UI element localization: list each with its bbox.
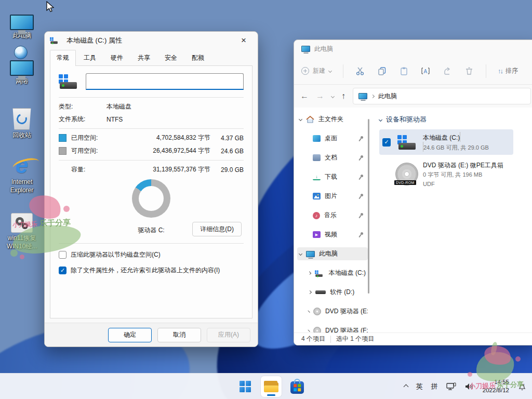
- free-space-row: 可用空间: 26,436,972,544 字节 24.6 GB: [59, 147, 244, 155]
- sidebar-item-dvd-f[interactable]: DVD 驱动器 (F:): [297, 324, 368, 332]
- selection-checkbox[interactable]: ✓: [382, 138, 391, 147]
- checkbox[interactable]: ✓: [59, 267, 66, 274]
- address-bar[interactable]: 此电脑: [353, 88, 531, 104]
- share-button[interactable]: [442, 66, 453, 76]
- index-checkbox-row[interactable]: ✓ 除了文件属性外，还允许索引此驱动器上文件的内容(I): [59, 266, 244, 275]
- dvd-e-tile[interactable]: DVD-ROM DVD 驱动器 (E:) 微PE工具箱 0 字节 可用, 共 1…: [379, 157, 513, 191]
- cut-button[interactable]: [355, 66, 365, 76]
- dialog-footer: 确定 取消 应用(A): [45, 323, 258, 347]
- chevron-down-icon: [379, 117, 382, 121]
- copy-icon: [378, 66, 387, 75]
- chevron-down-icon: [328, 69, 332, 73]
- group-header-devices[interactable]: 设备和驱动器: [379, 115, 532, 124]
- checkbox[interactable]: [59, 251, 66, 259]
- sidebar-item-drive-d[interactable]: 软件 (D:): [297, 286, 368, 299]
- tab-hardware[interactable]: 硬件: [104, 50, 130, 66]
- chevron-right-icon: [308, 290, 312, 294]
- documents-icon: [313, 154, 321, 161]
- sidebar-item-pictures[interactable]: 图片: [297, 190, 368, 203]
- up-button[interactable]: ↑: [341, 91, 345, 101]
- sidebar-item-downloads[interactable]: ↓ 下载: [297, 170, 368, 183]
- sidebar-item-videos[interactable]: ▶ 视频: [297, 228, 368, 241]
- taskbar-file-explorer-button[interactable]: [261, 376, 282, 397]
- ime-pinyin-indicator[interactable]: 拼: [431, 382, 438, 391]
- desktop-icon-label: win11恢复 WIN10经...: [7, 234, 37, 250]
- desktop-icon-label: 回收站: [12, 131, 31, 140]
- dialog-tab-strip: 常规 工具 硬件 共享 安全 配额: [45, 50, 258, 66]
- close-icon[interactable]: ×: [235, 34, 252, 47]
- sidebar-item-home[interactable]: 主文件夹: [297, 113, 368, 126]
- disk-usage-donut: [132, 179, 170, 218]
- explorer-sidebar: 主文件夹 桌面 文档 ↓ 下载: [294, 108, 370, 332]
- desktop-icon-win11-restore[interactable]: win11恢复 WIN10经...: [0, 209, 44, 250]
- sidebar-item-desktop[interactable]: 桌面: [297, 132, 368, 145]
- drive-c-tile[interactable]: ✓ 本地磁盘 (C:) 24.6 GB 可用, 共 29.0 GB: [379, 129, 513, 155]
- free-size: 24.6 GB: [210, 148, 244, 155]
- breadcrumb[interactable]: 此电脑: [378, 92, 397, 101]
- tab-sharing[interactable]: 共享: [131, 50, 157, 66]
- sidebar-item-music[interactable]: ♪ 音乐: [297, 209, 368, 222]
- ok-button[interactable]: 确定: [108, 328, 152, 342]
- drive-info: 24.6 GB 可用, 共 29.0 GB: [423, 144, 489, 151]
- dialog-titlebar[interactable]: 本地磁盘 (C:) 属性 ×: [45, 32, 258, 49]
- desktop-icon-internet-explorer[interactable]: e Internet Explorer: [0, 153, 44, 194]
- desktop-icon-network[interactable]: 网络: [0, 52, 44, 86]
- capacity-bytes: 31,139,557,376 字节: [132, 165, 210, 174]
- rename-button[interactable]: A: [420, 66, 431, 76]
- paste-button[interactable]: [398, 66, 409, 76]
- notification-bell-icon[interactable]: z: [517, 382, 527, 391]
- back-button[interactable]: ←: [300, 91, 309, 101]
- speaker-icon[interactable]: [464, 382, 474, 391]
- pin-icon: [358, 194, 364, 199]
- ime-language-indicator[interactable]: 英: [416, 382, 423, 391]
- forward-button[interactable]: →: [316, 91, 324, 101]
- explorer-titlebar[interactable]: 此电脑: [294, 40, 532, 58]
- sidebar-item-drive-c[interactable]: 本地磁盘 (C:): [297, 267, 368, 280]
- tray-expand-chevron-icon[interactable]: [403, 384, 408, 389]
- filesystem-value: NTFS: [107, 116, 123, 123]
- tab-tools[interactable]: 工具: [77, 50, 103, 66]
- clock-date: 2022/8/12: [483, 387, 509, 395]
- sidebar-item-documents[interactable]: 文档: [297, 151, 368, 164]
- compress-checkbox-row[interactable]: 压缩此驱动器以节约磁盘空间(C): [59, 250, 244, 259]
- sidebar-item-this-pc[interactable]: 此电脑: [297, 247, 368, 260]
- desktop-icon-this-pc[interactable]: 此电脑: [0, 6, 44, 40]
- dvd-icon: [313, 308, 321, 315]
- tab-quota[interactable]: 配额: [185, 50, 211, 66]
- divider: [59, 128, 244, 129]
- history-chevron-icon[interactable]: [331, 94, 335, 98]
- tab-general[interactable]: 常规: [50, 50, 76, 66]
- apply-button[interactable]: 应用(A): [207, 328, 250, 342]
- pin-icon: [358, 232, 364, 237]
- home-icon: [306, 116, 314, 123]
- drive-name: DVD 驱动器 (E:) 微PE工具箱: [423, 162, 503, 169]
- dvd-icon: [313, 327, 321, 332]
- paste-icon: [400, 66, 408, 75]
- desktop-folder-icon: [313, 135, 321, 142]
- volume-label-input[interactable]: [86, 73, 244, 90]
- delete-button[interactable]: [464, 66, 474, 76]
- copy-button[interactable]: [377, 66, 387, 76]
- new-button[interactable]: 新建: [301, 66, 331, 75]
- sidebar-item-dvd-e[interactable]: DVD 驱动器 (E:): [297, 305, 368, 318]
- videos-icon: ▶: [313, 231, 321, 238]
- drive-filesystem: UDF: [423, 181, 435, 187]
- chevron-down-icon: [299, 252, 302, 256]
- breadcrumb-chevron-icon: [371, 94, 375, 98]
- start-button[interactable]: [235, 376, 256, 397]
- details-button[interactable]: 详细信息(D): [192, 222, 242, 236]
- desktop-icon-recycle-bin[interactable]: 回收站: [0, 106, 44, 140]
- free-bytes: 26,436,972,544 字节: [132, 147, 210, 155]
- taskbar-store-button[interactable]: [287, 376, 308, 397]
- tab-security[interactable]: 安全: [158, 50, 184, 66]
- network-icon[interactable]: [446, 382, 456, 391]
- rename-icon: A: [421, 66, 430, 75]
- sort-button[interactable]: ↑↓ 排序: [498, 66, 518, 75]
- taskbar-clock[interactable]: 14:55 2022/8/12: [483, 378, 509, 394]
- type-label: 类型:: [59, 102, 107, 111]
- sidebar-scrollbar[interactable]: [368, 119, 369, 294]
- cancel-button[interactable]: 取消: [157, 328, 201, 342]
- desktop-screen: 此电脑 网络 回收站 e Internet Explorer win11: [0, 0, 532, 399]
- pin-icon: [358, 136, 364, 141]
- drive-d-icon: [315, 290, 326, 294]
